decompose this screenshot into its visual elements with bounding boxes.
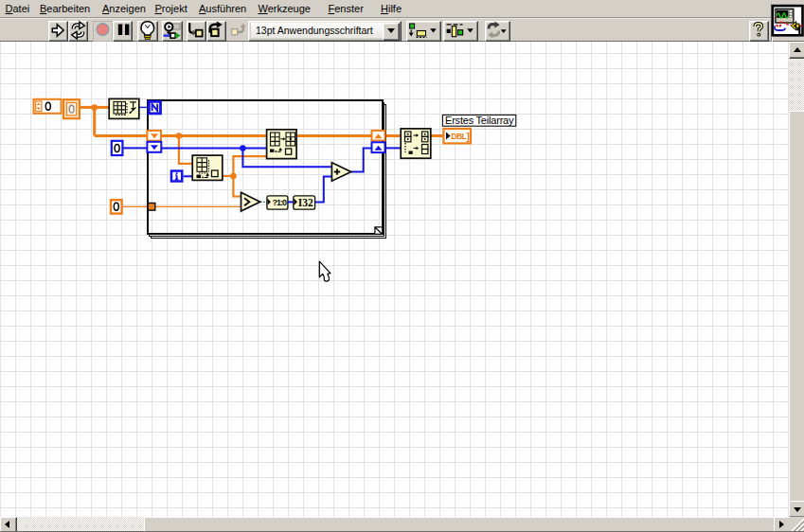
svg-text:DBL: DBL	[451, 132, 467, 141]
svg-text:?1:0: ?1:0	[273, 198, 288, 207]
svg-text:]: ]	[467, 132, 470, 142]
svg-text:Erstes Teilarray: Erstes Teilarray	[445, 115, 514, 126]
svg-text:I32: I32	[298, 197, 313, 208]
